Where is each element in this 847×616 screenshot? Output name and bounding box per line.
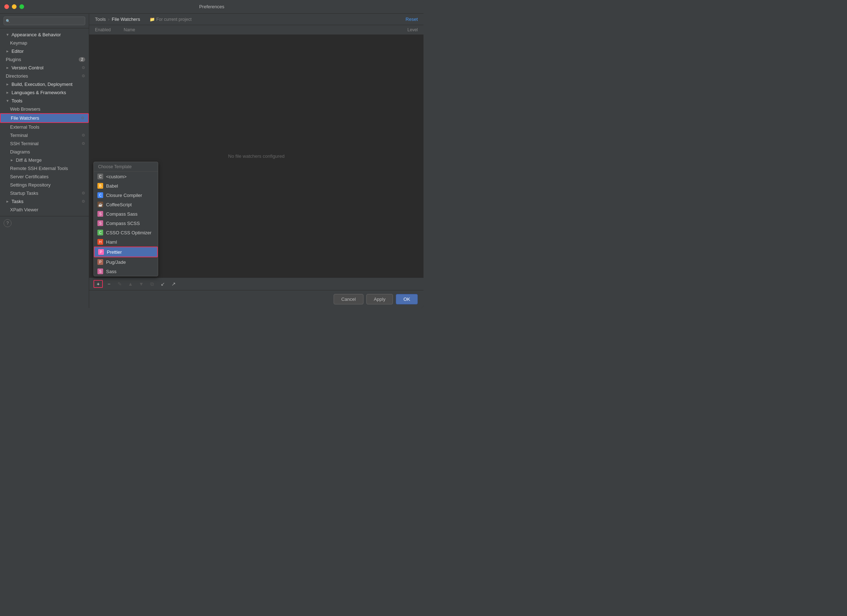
sidebar-item-file-watchers[interactable]: File Watchers ⚙ [0,113,89,123]
csso-icon: C [97,230,103,236]
sidebar-item-remote-ssh[interactable]: Remote SSH External Tools [0,164,89,172]
dropdown-item-prettier[interactable]: P Prettier [94,246,158,257]
sidebar-item-languages[interactable]: ► Languages & Frameworks [0,88,89,97]
dropdown-item-label: Compass Sass [106,211,137,217]
import-button[interactable]: ↙ [158,280,168,288]
cancel-button[interactable]: Cancel [333,294,363,304]
sidebar-item-tasks[interactable]: ► Tasks ⚙ [0,197,89,206]
sidebar-item-settings-repo[interactable]: Settings Repository [0,181,89,189]
sidebar-items: ▼ Appearance & Behavior Keymap ► Editor … [0,28,89,216]
dropdown-item-coffeescript[interactable]: ☕ CoffeeScript [94,200,158,209]
dropdown-item-label: Compass SCSS [106,221,140,226]
sidebar-item-label: Appearance & Behavior [12,32,61,37]
sidebar-item-label: Version Control [12,65,43,71]
col-name: Name [124,27,389,32]
close-button[interactable] [4,4,9,9]
dropdown-item-pug-jade[interactable]: P Pug/Jade [94,257,158,267]
down-icon: ▼ [139,281,144,287]
copy-icon: ⧉ [150,281,154,287]
sidebar-item-label: Editor [12,49,24,54]
sidebar-item-label: Settings Repository [10,182,51,188]
add-button[interactable]: + [93,280,103,288]
sidebar-item-version-control[interactable]: ► Version Control ⚙ [0,63,89,72]
sidebar-item-keymap[interactable]: Keymap [0,39,89,47]
sidebar-item-label: Tasks [12,199,24,204]
dropdown-item-haml[interactable]: H Haml [94,237,158,246]
sidebar-item-build[interactable]: ► Build, Execution, Deployment [0,80,89,88]
sass-icon: S [97,211,103,217]
for-project-label: 📁 For current project [149,17,192,22]
content-header: Tools › File Watchers 📁 For current proj… [89,14,424,25]
edit-button[interactable]: ✎ [115,280,124,288]
sidebar-item-web-browsers[interactable]: Web Browsers [0,105,89,113]
sidebar-item-editor[interactable]: ► Editor [0,47,89,55]
sidebar-item-label: Plugins [6,57,21,62]
dropdown-item-custom[interactable]: C <custom> [94,172,158,181]
sidebar-item-label: Diff & Merge [16,158,42,163]
sidebar-item-external-tools[interactable]: External Tools [0,123,89,131]
sidebar-item-ssh-terminal[interactable]: SSH Terminal ⚙ [0,140,89,148]
sidebar-item-label: Directories [6,73,28,79]
sidebar-item-appearance[interactable]: ▼ Appearance & Behavior [0,31,89,39]
main-layout: ▼ Appearance & Behavior Keymap ► Editor … [0,14,424,308]
sidebar-item-label: Languages & Frameworks [12,90,66,95]
custom-icon: C [97,174,103,179]
sidebar-item-label: Remote SSH External Tools [10,166,68,171]
sidebar-item-tools[interactable]: ▼ Tools [0,97,89,105]
apply-button[interactable]: Apply [366,294,393,304]
move-up-button[interactable]: ▲ [126,280,135,288]
sidebar-item-diff-merge[interactable]: ► Diff & Merge [0,156,89,164]
minimize-button[interactable] [12,4,16,9]
dropdown-item-label: Babel [106,183,118,189]
dropdown-item-csso[interactable]: C CSSO CSS Optimizer [94,228,158,237]
dropdown-item-label: Prettier [107,249,122,255]
bottom-bar: Cancel Apply OK [89,290,424,308]
sidebar-item-terminal[interactable]: Terminal ⚙ [0,131,89,140]
settings-icon: ⚙ [81,116,84,120]
dropdown-item-label: CSSO CSS Optimizer [106,230,151,236]
sass2-icon: S [97,268,103,274]
sidebar-item-startup-tasks[interactable]: Startup Tasks ⚙ [0,189,89,197]
title-bar: Preferences [0,0,424,14]
window-title: Preferences [199,4,224,9]
toolbar: Choose Template C <custom> B Babel C Clo… [89,277,424,290]
search-input[interactable] [4,16,85,25]
dropdown-item-closure[interactable]: C Closure Compiler [94,190,158,200]
export-icon: ↗ [171,281,176,287]
dropdown-item-sass[interactable]: S Sass [94,267,158,276]
dropdown-item-compass-scss[interactable]: S Compass SCSS [94,218,158,228]
sidebar-item-plugins[interactable]: Plugins 2 [0,55,89,63]
haml-icon: H [97,239,103,245]
dropdown-item-babel[interactable]: B Babel [94,181,158,190]
breadcrumb-parent: Tools [95,16,106,22]
dropdown-item-compass-sass[interactable]: S Compass Sass [94,209,158,218]
settings-icon: ⚙ [82,65,85,70]
sidebar-item-server-certs[interactable]: Server Certificates [0,172,89,181]
export-button[interactable]: ↗ [169,280,178,288]
help-button[interactable]: ? [4,219,12,227]
sidebar-item-label: Build, Execution, Deployment [12,82,72,87]
settings-icon: ⚙ [82,74,85,78]
content-area: Tools › File Watchers 📁 For current proj… [89,14,424,308]
sidebar-item-label: Server Certificates [10,174,49,179]
remove-button[interactable]: − [104,280,114,288]
col-enabled: Enabled [95,27,124,32]
move-down-button[interactable]: ▼ [137,280,146,288]
ok-button[interactable]: OK [396,294,418,304]
sidebar-item-label: Keymap [10,40,27,46]
template-dropdown: Choose Template C <custom> B Babel C Clo… [93,162,158,276]
copy-button[interactable]: ⧉ [148,280,157,288]
arrow-icon: ▼ [6,33,9,37]
dropdown-item-label: Sass [106,269,117,274]
sidebar-item-xpath-viewer[interactable]: XPath Viewer [0,206,89,214]
add-icon: + [97,281,100,287]
sidebar-item-label: Diagrams [10,149,30,155]
sidebar-item-directories[interactable]: Directories ⚙ [0,72,89,80]
sidebar-item-label: SSH Terminal [10,141,38,146]
dropdown-item-label: Pug/Jade [106,259,126,265]
sidebar-item-label: Tools [12,98,22,103]
sidebar-bottom: ? [0,216,89,230]
sidebar-item-diagrams[interactable]: Diagrams [0,148,89,156]
reset-link[interactable]: Reset [406,16,418,22]
maximize-button[interactable] [19,4,24,9]
